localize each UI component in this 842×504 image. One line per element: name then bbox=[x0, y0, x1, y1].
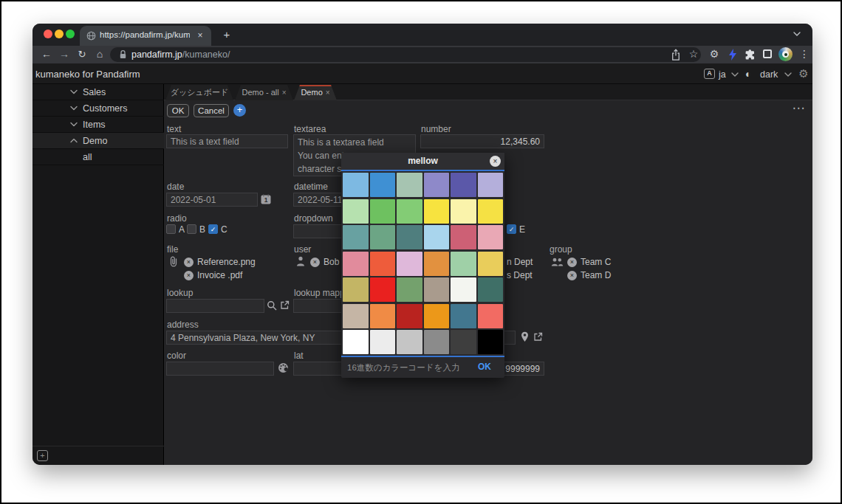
color-swatch[interactable] bbox=[451, 173, 476, 197]
color-swatch[interactable] bbox=[397, 252, 422, 276]
color-swatch[interactable] bbox=[424, 330, 450, 354]
color-swatch[interactable] bbox=[370, 199, 396, 224]
radio-option-c-checkbox[interactable]: ✓ bbox=[208, 224, 218, 234]
color-swatch[interactable] bbox=[424, 199, 450, 224]
date-field-input[interactable]: 2022-05-01 bbox=[166, 193, 258, 207]
search-icon[interactable] bbox=[267, 300, 277, 311]
add-record-button[interactable]: + bbox=[233, 104, 246, 117]
bookmark-star-icon[interactable]: ☆ bbox=[688, 47, 699, 61]
color-swatch[interactable] bbox=[424, 225, 450, 249]
popup-close-icon[interactable]: × bbox=[490, 156, 501, 167]
checkbox-option-e[interactable]: ✓ bbox=[507, 224, 516, 234]
color-field-input[interactable] bbox=[166, 362, 274, 376]
color-swatch[interactable] bbox=[343, 225, 369, 249]
extension-gear-icon[interactable]: ⚙ bbox=[708, 47, 720, 61]
color-swatch[interactable] bbox=[451, 199, 476, 224]
color-swatch[interactable] bbox=[370, 330, 396, 354]
calendar-icon[interactable] bbox=[261, 194, 271, 204]
radio-option-a-checkbox[interactable] bbox=[166, 224, 176, 234]
color-swatch[interactable] bbox=[397, 304, 422, 328]
text-field-input[interactable]: This is a text field bbox=[166, 134, 288, 148]
color-swatch[interactable] bbox=[478, 330, 504, 354]
lookup-field-input[interactable] bbox=[166, 299, 264, 313]
traffic-light-minimize[interactable] bbox=[55, 30, 64, 38]
color-swatch[interactable] bbox=[370, 277, 396, 302]
share-icon[interactable] bbox=[671, 49, 681, 61]
hex-code-input[interactable]: 16進数のカラーコードを入力 bbox=[347, 362, 459, 373]
color-swatch[interactable] bbox=[478, 277, 504, 302]
radio-option-b-checkbox[interactable] bbox=[187, 224, 196, 234]
chevron-up-icon[interactable] bbox=[70, 138, 78, 143]
browser-menu-icon[interactable]: ⋮ bbox=[799, 47, 808, 61]
color-swatch[interactable] bbox=[424, 277, 450, 302]
color-swatch[interactable] bbox=[424, 304, 450, 328]
tab-demo[interactable]: Demo× bbox=[294, 85, 337, 100]
color-swatch[interactable] bbox=[343, 252, 369, 276]
people-icon[interactable] bbox=[551, 258, 564, 266]
tab-dashboard[interactable]: ダッシュボード bbox=[165, 85, 233, 100]
color-swatch[interactable] bbox=[370, 304, 396, 328]
chevron-down-icon[interactable] bbox=[70, 106, 78, 111]
extension-bolt-icon[interactable] bbox=[728, 49, 737, 61]
color-swatch[interactable] bbox=[343, 277, 369, 302]
color-swatch[interactable] bbox=[451, 252, 476, 276]
map-pin-icon[interactable] bbox=[521, 331, 529, 342]
language-select[interactable]: ja bbox=[719, 69, 726, 80]
color-swatch[interactable] bbox=[397, 173, 422, 197]
reload-button[interactable]: ↻ bbox=[75, 47, 89, 61]
sidebar-item-customers[interactable]: Customers ⚙ bbox=[32, 100, 164, 117]
color-swatch[interactable] bbox=[397, 225, 422, 249]
external-link-icon[interactable] bbox=[533, 332, 543, 342]
color-swatch[interactable] bbox=[343, 330, 369, 354]
popup-ok-button[interactable]: OK bbox=[478, 362, 491, 372]
color-swatch[interactable] bbox=[343, 304, 369, 328]
color-swatch[interactable] bbox=[397, 199, 422, 224]
profile-avatar[interactable] bbox=[778, 47, 793, 61]
color-swatch[interactable] bbox=[424, 252, 450, 276]
settings-gear-icon[interactable]: ⚙ bbox=[798, 67, 810, 80]
add-app-button[interactable]: + bbox=[37, 450, 48, 461]
color-swatch[interactable] bbox=[343, 199, 369, 224]
new-tab-button[interactable]: + bbox=[220, 27, 233, 42]
tab-close-icon[interactable]: × bbox=[326, 89, 330, 97]
extensions-puzzle-icon[interactable] bbox=[745, 49, 756, 60]
palette-icon[interactable] bbox=[278, 362, 289, 373]
tab-close-icon[interactable]: × bbox=[195, 29, 205, 42]
cancel-button[interactable]: Cancel bbox=[194, 104, 229, 117]
color-swatch[interactable] bbox=[397, 330, 422, 354]
sidepanel-icon[interactable] bbox=[763, 49, 772, 58]
external-link-icon[interactable] bbox=[280, 300, 290, 310]
number-field-input[interactable]: 12,345.60 bbox=[420, 134, 544, 148]
remove-group-icon[interactable]: × bbox=[567, 258, 577, 267]
forward-button[interactable]: → bbox=[58, 47, 71, 61]
remove-user-icon[interactable]: × bbox=[310, 258, 320, 267]
color-swatch[interactable] bbox=[478, 304, 504, 328]
color-swatch[interactable] bbox=[370, 173, 396, 197]
traffic-light-close[interactable] bbox=[44, 30, 52, 38]
color-swatch[interactable] bbox=[478, 199, 504, 224]
traffic-light-zoom[interactable] bbox=[66, 30, 75, 38]
color-swatch[interactable] bbox=[370, 252, 396, 276]
remove-file-icon[interactable]: × bbox=[184, 258, 194, 267]
tab-demo-all[interactable]: Demo - all× bbox=[235, 85, 293, 100]
color-swatch[interactable] bbox=[451, 304, 476, 328]
sidebar-subitem-all[interactable]: all bbox=[32, 149, 164, 165]
sidebar-item-demo[interactable]: Demo ⚙ bbox=[32, 133, 164, 149]
color-swatch[interactable] bbox=[478, 173, 504, 197]
more-menu-icon[interactable]: ⋯ bbox=[789, 100, 808, 116]
color-swatch[interactable] bbox=[451, 330, 476, 354]
color-swatch[interactable] bbox=[451, 277, 476, 302]
theme-select[interactable]: dark bbox=[760, 69, 778, 80]
back-button[interactable]: ← bbox=[40, 47, 53, 61]
tab-list-chevron-icon[interactable] bbox=[793, 32, 801, 36]
language-chevron-icon[interactable] bbox=[731, 72, 739, 77]
theme-chevron-icon[interactable] bbox=[784, 72, 792, 77]
color-swatch[interactable] bbox=[397, 277, 422, 302]
color-swatch[interactable] bbox=[478, 225, 504, 249]
sidebar-item-items[interactable]: Items ⚙ bbox=[32, 117, 164, 133]
tab-close-icon[interactable]: × bbox=[282, 89, 287, 97]
chevron-down-icon[interactable] bbox=[70, 122, 78, 127]
home-button[interactable]: ⌂ bbox=[93, 47, 106, 61]
remove-file-icon[interactable]: × bbox=[184, 271, 194, 280]
paperclip-icon[interactable] bbox=[169, 256, 178, 267]
